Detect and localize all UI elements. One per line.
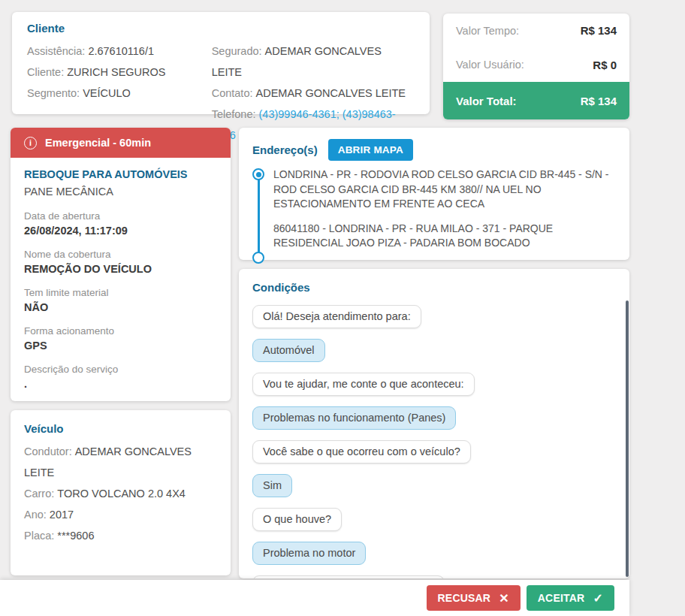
segment-row: Segmento:VEÍCULO bbox=[27, 83, 212, 104]
service-type: PANE MECÂNICA bbox=[24, 186, 217, 198]
values-card: Valor Tempo: R$ 134 Valor Usuário: R$ 0 … bbox=[443, 14, 629, 119]
chat-message-answer: Sim bbox=[252, 474, 292, 497]
destination-address: 86041180 - LONDRINA - PR - RUA MILAO - 3… bbox=[273, 222, 616, 251]
client-label: Cliente: bbox=[27, 66, 64, 78]
material-limit-field: Tem limite material NÃO bbox=[24, 285, 217, 316]
open-date-field: Data de abertura 26/08/2024, 11:17:09 bbox=[24, 209, 217, 239]
vehicle-fields: Condutor:ADEMAR GONCALVES LEITE Carro:TO… bbox=[24, 441, 217, 546]
action-bar: RECUSAR ✕ ACEITAR ✓ bbox=[0, 580, 629, 616]
origin-marker-icon bbox=[252, 168, 264, 180]
value-time-amount: R$ 134 bbox=[581, 24, 617, 37]
urgency-banner: i Emergencial - 60min bbox=[11, 128, 231, 158]
conditions-chat: Olá! Deseja atendimento para: Automóvel … bbox=[252, 305, 616, 578]
chat-message-question: Olá! Deseja atendimento para: bbox=[252, 305, 421, 328]
material-limit-value: NÃO bbox=[24, 300, 217, 316]
trigger-method-value: GPS bbox=[24, 338, 217, 354]
reject-button-label: RECUSAR bbox=[438, 592, 491, 604]
plate-label: Placa: bbox=[24, 530, 54, 542]
chat-message-answer: Problema no motor bbox=[252, 542, 366, 565]
year-value: 2017 bbox=[50, 509, 74, 521]
client-row: Cliente:ZURICH SEGUROS bbox=[27, 62, 212, 83]
vehicle-card: Veículo Condutor:ADEMAR GONCALVES LEITE … bbox=[11, 410, 231, 575]
segment-label: Segmento: bbox=[27, 87, 80, 99]
info-icon: i bbox=[24, 137, 37, 149]
close-icon: ✕ bbox=[499, 591, 509, 605]
car-value: TORO VOLCANO 2.0 4X4 bbox=[57, 488, 186, 500]
conditions-card-title: Condições bbox=[252, 281, 616, 294]
driver-row: Condutor:ADEMAR GONCALVES LEITE bbox=[24, 441, 217, 483]
conditions-card: Condições Olá! Deseja atendimento para: … bbox=[239, 269, 629, 578]
chat-message-answer: Problemas no funcionamento (Panes) bbox=[252, 406, 456, 430]
assistance-label: Assistência: bbox=[27, 45, 85, 57]
service-description-label: Descrição do serviço bbox=[24, 362, 217, 376]
value-time-row: Valor Tempo: R$ 134 bbox=[443, 14, 629, 48]
service-description-value: . bbox=[24, 376, 217, 392]
origin-address: LONDRINA - PR - RODOVIA ROD CELSO GARCIA… bbox=[273, 168, 616, 212]
value-user-row: Valor Usuário: R$ 0 bbox=[443, 48, 629, 83]
open-date-value: 26/08/2024, 11:17:09 bbox=[24, 223, 217, 239]
check-icon: ✓ bbox=[593, 591, 603, 605]
destination-marker-icon bbox=[252, 252, 264, 264]
trigger-method-label: Forma acionamento bbox=[24, 324, 217, 338]
client-card-title: Cliente bbox=[27, 22, 415, 35]
client-value: ZURICH SEGUROS bbox=[67, 66, 165, 78]
plate-row: Placa:***9606 bbox=[24, 525, 217, 546]
driver-label: Condutor: bbox=[24, 445, 72, 457]
coverage-name-value: REMOÇÃO DO VEÍCULO bbox=[24, 261, 217, 277]
assistance-value: 2.67610116/1 bbox=[88, 45, 154, 57]
origin-marker-dot bbox=[256, 172, 261, 177]
coverage-name-label: Nome da cobertura bbox=[24, 247, 217, 261]
insured-row: Segurado:ADEMAR GONCALVES LEITE bbox=[212, 41, 415, 83]
value-total-row: Valor Total: R$ 134 bbox=[443, 82, 629, 119]
vehicle-card-title: Veículo bbox=[24, 422, 217, 435]
coverage-name-field: Nome da cobertura REMOÇÃO DO VEÍCULO bbox=[24, 247, 217, 277]
reject-button[interactable]: RECUSAR ✕ bbox=[427, 585, 521, 611]
year-label: Ano: bbox=[24, 509, 47, 521]
client-card: Cliente Assistência:2.67610116/1 Cliente… bbox=[12, 12, 430, 114]
contact-value: ADEMAR GONCALVES LEITE bbox=[255, 87, 406, 99]
accept-button[interactable]: ACEITAR ✓ bbox=[527, 585, 614, 611]
chat-message-question: O que houve? bbox=[252, 508, 342, 531]
car-label: Carro: bbox=[24, 488, 54, 500]
chat-message-question: Você sabe o que ocorreu com o veículo? bbox=[252, 440, 471, 464]
service-card: i Emergencial - 60min REBOQUE PARA AUTOM… bbox=[11, 128, 231, 401]
addresses-card: Endereço(s) ABRIR MAPA LONDRINA - PR - R… bbox=[239, 128, 629, 260]
value-time-label: Valor Tempo: bbox=[456, 25, 519, 37]
chat-message-answer: Automóvel bbox=[252, 339, 325, 362]
contact-row: Contato:ADEMAR GONCALVES LEITE bbox=[212, 83, 415, 104]
trigger-method-field: Forma acionamento GPS bbox=[24, 324, 217, 354]
open-map-button[interactable]: ABRIR MAPA bbox=[328, 139, 413, 161]
chat-message-question: Vou te ajudar, me conte o que aconteceu: bbox=[252, 373, 475, 396]
plate-value: ***9606 bbox=[57, 530, 94, 542]
material-limit-label: Tem limite material bbox=[24, 285, 217, 300]
assistance-row: Assistência:2.67610116/1 bbox=[27, 41, 212, 62]
timeline-connector-line bbox=[258, 175, 260, 255]
segment-value: VEÍCULO bbox=[83, 87, 131, 99]
insured-label: Segurado: bbox=[212, 45, 262, 57]
contact-label: Contato: bbox=[212, 87, 253, 99]
value-user-amount: R$ 0 bbox=[593, 59, 617, 71]
value-user-label: Valor Usuário: bbox=[456, 59, 524, 71]
chat-scrollbar[interactable] bbox=[626, 300, 629, 577]
open-date-label: Data de abertura bbox=[24, 209, 217, 223]
addresses-header: Endereço(s) ABRIR MAPA bbox=[252, 139, 616, 161]
accept-button-label: ACEITAR bbox=[538, 592, 585, 604]
urgency-banner-label: Emergencial - 60min bbox=[45, 137, 151, 149]
address-timeline: LONDRINA - PR - RODOVIA ROD CELSO GARCIA… bbox=[252, 168, 616, 251]
addresses-card-title: Endereço(s) bbox=[252, 143, 318, 156]
value-total-label: Valor Total: bbox=[456, 95, 517, 107]
service-description-field: Descrição do serviço . bbox=[24, 362, 217, 392]
service-body: REBOQUE PARA AUTOMÓVEIS PANE MECÂNICA Da… bbox=[11, 158, 231, 411]
car-row: Carro:TORO VOLCANO 2.0 4X4 bbox=[24, 483, 217, 504]
chat-message-question: O veiculo está em estrada/rodovia? bbox=[252, 575, 445, 578]
phone-label: Telefone: bbox=[212, 108, 256, 120]
year-row: Ano:2017 bbox=[24, 504, 217, 525]
value-total-amount: R$ 134 bbox=[581, 95, 617, 107]
service-name: REBOQUE PARA AUTOMÓVEIS bbox=[24, 168, 217, 180]
